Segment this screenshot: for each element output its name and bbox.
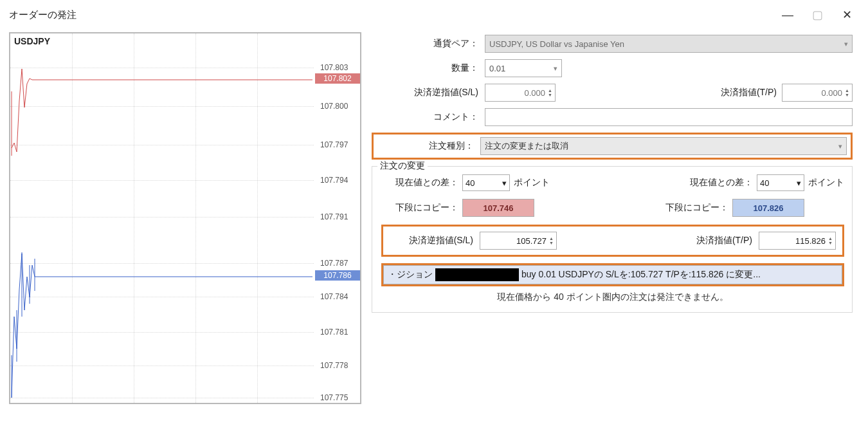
y-tick: 107.800: [316, 102, 359, 111]
diff-left-select[interactable]: 40 ▾: [462, 174, 510, 191]
window-title: オーダーの発注: [9, 9, 77, 21]
tick-chart: USDJPY 107.803 107.800 107.797 107.794 1…: [9, 32, 361, 404]
qty-value: 0.01: [489, 64, 505, 73]
position-prefix: ・ジション: [388, 269, 433, 281]
diff-left-label: 現在値との差：: [381, 177, 458, 189]
order-panel: 通貨ペア： USDJPY, US Dollar vs Japanise Yen …: [372, 32, 859, 404]
diff-right-select[interactable]: 40 ▾: [757, 174, 804, 191]
spinner-icon[interactable]: ▲▼: [548, 88, 552, 97]
titlebar: オーダーの発注 — ▢ ✕: [0, 0, 868, 27]
y-tick: 107.781: [316, 328, 359, 337]
y-tick: 107.794: [316, 176, 359, 185]
qty-label: 数量：: [372, 62, 485, 74]
order-type-select[interactable]: 注文の変更または取消 ▾: [480, 137, 847, 155]
window-controls: — ▢ ✕: [773, 5, 862, 24]
y-tick: 107.797: [316, 140, 359, 149]
notice-text: 現在価格から 40 ポイント圏内の注文は発注できません。: [381, 292, 844, 303]
copy-left-label: 下段にコピー：: [381, 202, 458, 214]
comment-input[interactable]: [485, 108, 853, 126]
order-type-value: 注文の変更または取消: [485, 140, 568, 152]
position-suffix: buy 0.01 USDJPYの S/Lを:105.727 T/Pを:115.8…: [521, 269, 761, 281]
minimize-button[interactable]: —: [773, 5, 802, 24]
chart-lines: [10, 33, 315, 405]
close-button[interactable]: ✕: [832, 5, 862, 24]
y-tick: 107.787: [316, 259, 359, 268]
y-tick: 107.791: [316, 212, 359, 221]
sl-input-label: 決済逆指値(S/L): [390, 235, 473, 246]
pair-label: 通貨ペア：: [372, 38, 485, 50]
tp-input[interactable]: 115.826 ▲▼: [759, 232, 836, 250]
redacted-block: [435, 268, 519, 281]
ask-price-tag: 107.802: [315, 73, 360, 84]
order-window: オーダーの発注 — ▢ ✕ USDJPY 107.803 107.800 107…: [0, 0, 868, 426]
y-tick: 107.784: [316, 292, 359, 301]
bid-price-tag: 107.786: [315, 270, 360, 281]
content: USDJPY 107.803 107.800 107.797 107.794 1…: [0, 27, 868, 413]
copy-right-label: 下段にコピー：: [651, 202, 728, 214]
highlight-sl-tp: 決済逆指値(S/L) 105.727 ▲▼ 決済指値(T/P) 115.826 …: [381, 225, 844, 257]
y-tick: 107.778: [316, 361, 359, 370]
comment-label: コメント：: [372, 111, 485, 123]
y-tick: 107.803: [316, 63, 359, 72]
tp-top-input[interactable]: 0.000 ▲▼: [782, 84, 853, 102]
points-label: ポイント: [514, 177, 550, 189]
chevron-down-icon: ▾: [797, 178, 801, 188]
chevron-down-icon: ▾: [838, 142, 842, 151]
section-title: 注文の変更: [377, 160, 428, 172]
highlight-modify-button: ・ジション buy 0.01 USDJPYの S/Lを:105.727 T/Pを…: [381, 263, 844, 286]
highlight-order-type: 注文種別： 注文の変更または取消 ▾: [372, 133, 853, 160]
chevron-down-icon: ▾: [502, 178, 507, 188]
diff-right-label: 現在値との差：: [676, 177, 753, 189]
modify-section: 注文の変更 現在値との差： 40 ▾ ポイント 現在値との差： 40 ▾ ポイン…: [372, 166, 853, 313]
pair-select[interactable]: USDJPY, US Dollar vs Japanise Yen ▾: [485, 35, 853, 53]
sl-top-input[interactable]: 0.000 ▲▼: [485, 84, 556, 102]
chevron-down-icon: ▾: [554, 64, 557, 73]
qty-select[interactable]: 0.01 ▾: [485, 59, 562, 77]
copy-tp-button[interactable]: 107.826: [732, 199, 804, 217]
chevron-down-icon: ▾: [844, 40, 848, 48]
pair-value: USDJPY, US Dollar vs Japanise Yen: [489, 39, 624, 49]
y-tick: 107.775: [316, 393, 359, 402]
copy-sl-button[interactable]: 107.746: [462, 199, 534, 217]
points-label: ポイント: [808, 177, 844, 189]
tp-label: 決済指値(T/P): [692, 87, 782, 98]
sl-input[interactable]: 105.727 ▲▼: [480, 232, 557, 250]
maximize-button[interactable]: ▢: [802, 5, 832, 24]
spinner-icon[interactable]: ▲▼: [549, 236, 554, 245]
sl-label: 決済逆指値(S/L): [372, 87, 485, 98]
spinner-icon[interactable]: ▲▼: [845, 88, 849, 97]
modify-button[interactable]: ・ジション buy 0.01 USDJPYの S/Lを:105.727 T/Pを…: [383, 265, 842, 284]
spinner-icon[interactable]: ▲▼: [828, 236, 833, 245]
tp-input-label: 決済指値(T/P): [669, 235, 752, 246]
order-type-label: 注文種別：: [377, 140, 480, 152]
